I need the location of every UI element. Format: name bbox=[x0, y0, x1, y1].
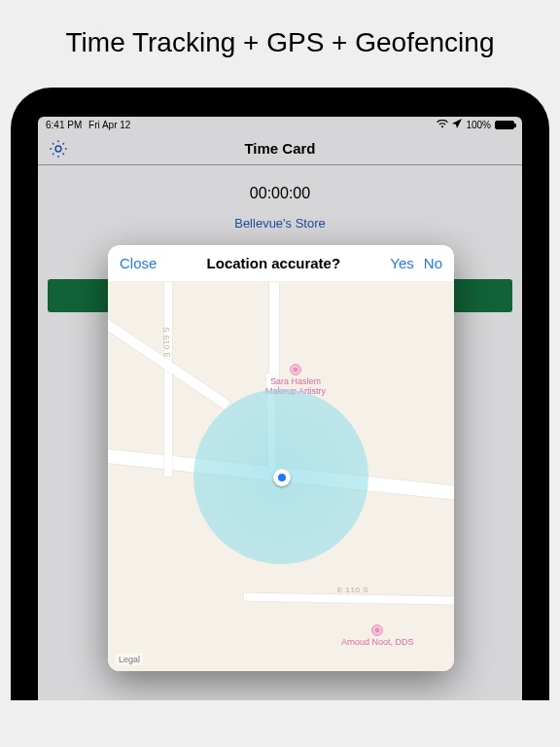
nav-title: Time Card bbox=[244, 140, 315, 157]
battery-percent: 100% bbox=[466, 120, 491, 130]
nav-bar: Time Card bbox=[38, 132, 522, 165]
page-content: 00:00:00 Bellevue's Store bbox=[38, 165, 522, 231]
location-modal: Close Location accurate? Yes No S 610 E … bbox=[108, 245, 454, 671]
marketing-headline: Time Tracking + GPS + Geofencing bbox=[0, 0, 560, 88]
modal-header: Close Location accurate? Yes No bbox=[108, 245, 454, 282]
device-frame: 6:41 PM Fri Apr 12 100% bbox=[11, 88, 549, 700]
poi-pin-icon bbox=[290, 364, 301, 375]
poi-label: Arnoud Noot, DDS bbox=[341, 638, 414, 648]
gear-icon[interactable] bbox=[48, 138, 69, 163]
map-road bbox=[164, 282, 172, 477]
status-bar: 6:41 PM Fri Apr 12 100% bbox=[38, 117, 522, 132]
map-view[interactable]: S 610 E E 110 S Sara Haslem Makeup Artis… bbox=[108, 282, 454, 671]
device-screen: 6:41 PM Fri Apr 12 100% bbox=[38, 117, 522, 700]
map-poi[interactable]: Arnoud Noot, DDS bbox=[341, 624, 414, 648]
map-road bbox=[244, 593, 454, 606]
current-location-marker bbox=[273, 469, 291, 486]
no-button[interactable]: No bbox=[424, 255, 442, 271]
wifi-icon bbox=[437, 120, 448, 130]
timer-display: 00:00:00 bbox=[38, 185, 522, 202]
svg-point-0 bbox=[55, 146, 61, 152]
status-date: Fri Apr 12 bbox=[88, 120, 130, 130]
map-legal-link[interactable]: Legal bbox=[116, 654, 143, 665]
modal-title: Location accurate? bbox=[207, 255, 341, 271]
store-link[interactable]: Bellevue's Store bbox=[38, 216, 522, 231]
close-button[interactable]: Close bbox=[120, 255, 157, 271]
yes-button[interactable]: Yes bbox=[390, 255, 413, 271]
location-dot-icon bbox=[278, 474, 286, 481]
poi-pin-icon bbox=[371, 624, 383, 636]
status-time: 6:41 PM bbox=[46, 120, 82, 130]
battery-icon bbox=[495, 121, 514, 129]
street-label: E 110 S bbox=[337, 586, 368, 594]
location-arrow-icon bbox=[452, 119, 462, 130]
street-label: S 610 E bbox=[161, 327, 171, 358]
